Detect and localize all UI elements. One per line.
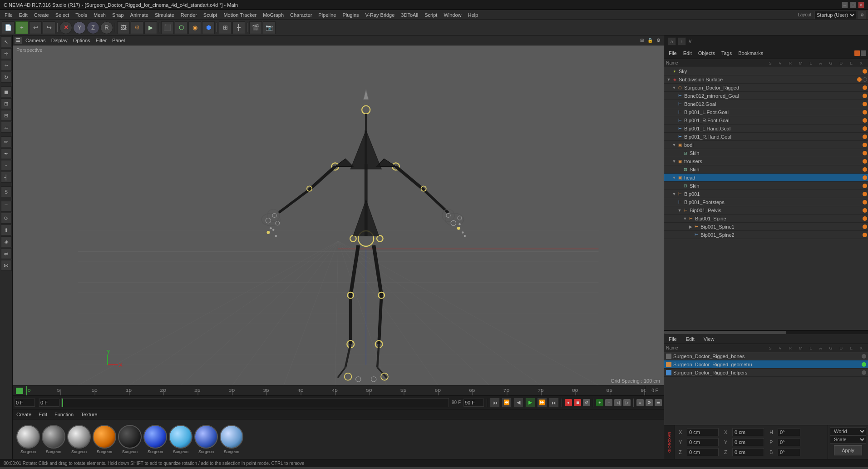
menu-edit[interactable]: Edit — [16, 11, 30, 19]
menu-script[interactable]: Script — [422, 11, 440, 19]
obj-hscrollbar[interactable] — [664, 330, 868, 334]
tool-scale[interactable]: ⇔ — [1, 60, 12, 71]
props-edit[interactable]: Edit — [683, 335, 697, 343]
coord-x-input[interactable] — [687, 428, 719, 436]
prop-row-bones[interactable]: Surgeon_Doctor_Rigged_bones — [664, 352, 868, 360]
tree-item-sky[interactable]: ☀ Sky — [664, 67, 868, 75]
render-active[interactable]: ▶ — [144, 21, 157, 34]
render-preview[interactable]: 🖼 — [117, 21, 130, 34]
expand-spine[interactable]: ▼ — [682, 216, 688, 221]
tree-item-head[interactable]: ▼ ▣ head — [664, 174, 868, 182]
tool-bend[interactable]: ⌒ — [1, 201, 12, 212]
tree-item-trousers[interactable]: ▼ ▣ trousers — [664, 157, 868, 165]
vp-filter[interactable]: Filter — [94, 37, 108, 44]
expand-head[interactable]: ▼ — [671, 175, 677, 180]
menu-motiontracker[interactable]: Motion Tracker — [221, 11, 259, 19]
mat-create[interactable]: Create — [15, 411, 33, 418]
maximize-button[interactable]: □ — [850, 2, 856, 8]
props-view[interactable]: View — [701, 335, 717, 343]
undo-button[interactable]: ↩ — [29, 21, 42, 34]
menu-simulate[interactable]: Simulate — [152, 11, 177, 19]
obj-bookmarks[interactable]: Bookmarks — [735, 50, 766, 57]
tree-item-lfoot[interactable]: ⊢ Bip001_L.Foot.Goal — [664, 108, 868, 116]
close-button[interactable]: ✕ — [858, 2, 864, 8]
tree-item-spine[interactable]: ▼ ⊢ Bip001_Spine — [664, 215, 868, 223]
frame-end-input[interactable] — [464, 399, 484, 407]
expand-pelvis[interactable]: ▼ — [677, 208, 682, 213]
mat-texture[interactable]: Texture — [79, 411, 99, 418]
mode-z[interactable]: Z — [87, 21, 99, 34]
mode-r[interactable]: R — [100, 21, 113, 34]
edge-mode[interactable]: ⬡ — [175, 21, 187, 34]
menu-character[interactable]: Character — [287, 11, 315, 19]
menu-create[interactable]: Create — [31, 11, 52, 19]
material-item-4[interactable]: Surgeon — [118, 425, 142, 454]
tool-brush[interactable]: ✏ — [1, 136, 12, 147]
expand-trousers[interactable]: ▼ — [671, 159, 677, 164]
tree-item-rhand[interactable]: ⊢ Bip001_R.Hand.Goal — [664, 133, 868, 141]
minimize-button[interactable]: ─ — [842, 2, 848, 8]
frame-start-input[interactable] — [15, 399, 35, 407]
tree-item-skin-bodi[interactable]: ⊡ Skin — [664, 149, 868, 157]
tool-poly[interactable]: ◼ — [1, 86, 12, 97]
goto-start-button[interactable]: ⏮ — [490, 398, 500, 408]
record-button[interactable]: ● — [565, 399, 572, 406]
point-mode[interactable]: ◉ — [188, 21, 201, 34]
viewport-3d[interactable]: Perspective Grid Spacing : 100 cm — [13, 45, 664, 385]
scale-select[interactable]: Scale — [830, 435, 866, 444]
props-file[interactable]: File — [666, 335, 680, 343]
menu-mesh[interactable]: Mesh — [91, 11, 108, 19]
loop-button[interactable]: ↺ — [583, 399, 590, 406]
material-item-2[interactable]: Surgeon — [67, 425, 91, 454]
tree-item-rfoot[interactable]: ⊢ Bip001_R.Foot.Goal — [664, 116, 868, 125]
vp-icon2[interactable]: 🔒 — [646, 37, 654, 44]
settings-icon[interactable]: ⚙ — [858, 11, 866, 19]
coord-h-input[interactable] — [778, 428, 800, 436]
expand-bip001[interactable]: ▼ — [671, 191, 677, 197]
tool-dollar[interactable]: $ — [1, 186, 12, 197]
vp-icon3[interactable]: ⚙ — [655, 37, 662, 44]
tool-extrude[interactable]: ⬆ — [1, 225, 12, 235]
mode-y[interactable]: Y — [73, 21, 86, 34]
material-item-3[interactable]: Surgeon — [93, 425, 116, 454]
coord-y2-input[interactable] — [732, 438, 764, 446]
menu-sculpt[interactable]: Sculpt — [201, 11, 220, 19]
coord-x2-input[interactable] — [732, 428, 764, 436]
timeline-ruler[interactable]: 0 5 10 15 20 25 30 35 — [26, 386, 646, 395]
mode-x[interactable]: ✕ — [59, 21, 72, 34]
tool-grid[interactable]: ⊟ — [1, 110, 12, 121]
menu-3dtoall[interactable]: 3DToAll — [398, 11, 421, 19]
coord-b-input[interactable] — [778, 448, 800, 456]
menu-render[interactable]: Render — [178, 11, 200, 19]
material-item-0[interactable]: Surgeon — [16, 425, 40, 454]
timeline-toggle[interactable]: ≡ — [636, 399, 644, 406]
render-settings[interactable]: ⚙ — [131, 21, 143, 34]
tool-mirror[interactable]: ⇌ — [1, 248, 12, 259]
coord-y-input[interactable] — [687, 438, 719, 446]
obj-tags[interactable]: Tags — [719, 50, 735, 57]
menu-snap[interactable]: Snap — [109, 11, 127, 19]
menu-tools[interactable]: Tools — [73, 11, 90, 19]
new-button[interactable]: 📄 — [2, 21, 15, 34]
tree-item-skin-head[interactable]: ⊡ Skin — [664, 182, 868, 190]
tree-item-bone012m[interactable]: ⊢ Bone012_mirrored_Goal — [664, 92, 868, 100]
obj-objects[interactable]: Objects — [695, 50, 718, 57]
vp-icon1[interactable]: ⊞ — [638, 37, 646, 44]
vp-menu[interactable]: ☰ — [15, 37, 22, 44]
tree-item-pelvis[interactable]: ▼ ⊢ Bip001_Pelvis — [664, 206, 868, 215]
tree-item-bodi[interactable]: ▼ ▣ bodi — [664, 141, 868, 149]
stop-button[interactable]: ⏹ — [574, 399, 581, 406]
frame-current-input[interactable] — [39, 399, 59, 407]
coord-z2-input[interactable] — [732, 448, 764, 456]
obj-edit[interactable]: Edit — [681, 50, 695, 57]
vp-panel[interactable]: Panel — [110, 37, 127, 44]
key-prev-button[interactable]: ◁ — [614, 399, 621, 406]
motion-toggle[interactable]: ⚙ — [646, 399, 653, 406]
tree-item-surgeon[interactable]: ▼ ⬡ Surgeon_Doctor_Rigged — [664, 84, 868, 92]
key-add-button[interactable]: + — [596, 399, 603, 406]
tree-item-lhand[interactable]: ⊢ Bip001_L.Hand.Goal — [664, 125, 868, 133]
expand-subdiv[interactable]: ▼ — [666, 77, 671, 82]
vp-cameras[interactable]: Cameras — [24, 37, 48, 44]
vp-display[interactable]: Display — [49, 37, 69, 44]
obj-icon-close[interactable] — [854, 50, 860, 56]
